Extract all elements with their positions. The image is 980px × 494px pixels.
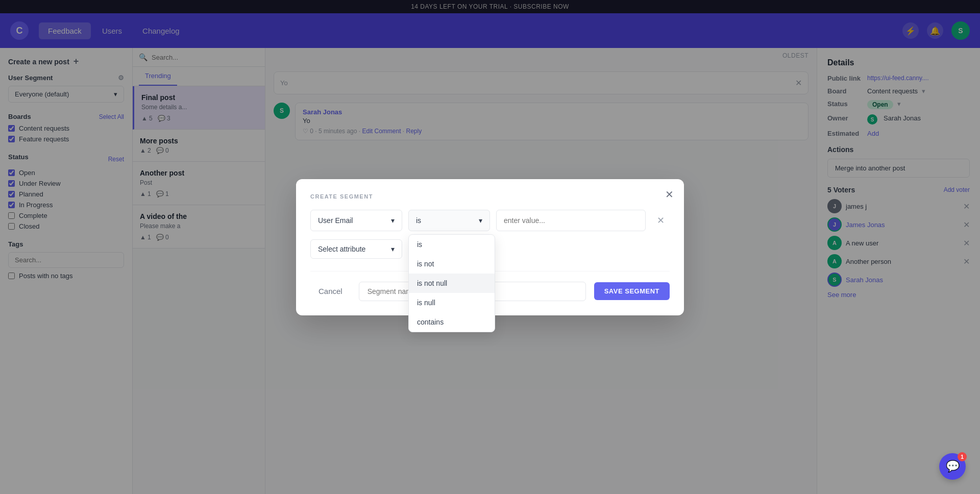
modal-row-1: User Email ▾ is ▾ ✕ is is not is not nul… (310, 210, 670, 231)
chat-bubble[interactable]: 💬 1 (939, 453, 966, 480)
second-attribute-dropdown[interactable]: Select attribute ▾ (310, 239, 402, 259)
chat-icon: 💬 (946, 460, 960, 473)
condition-dropdown[interactable]: is ▾ (408, 210, 490, 231)
attribute-dropdown[interactable]: User Email ▾ (310, 210, 402, 231)
option-is-null[interactable]: is null (409, 293, 495, 312)
modal-title: CREATE SEGMENT (310, 193, 670, 200)
modal-overlay: CREATE SEGMENT ✕ User Email ▾ is ▾ ✕ is … (0, 0, 980, 494)
value-input[interactable] (496, 210, 646, 231)
option-contains[interactable]: contains (409, 312, 495, 332)
clear-row-button[interactable]: ✕ (652, 210, 670, 231)
save-segment-button[interactable]: SAVE SEGMENT (594, 282, 670, 300)
attribute-label: User Email (318, 216, 353, 225)
option-is-not[interactable]: is not (409, 254, 495, 274)
modal-close-button[interactable]: ✕ (665, 189, 674, 200)
option-is-not-null[interactable]: is not null (409, 274, 495, 293)
condition-chevron-icon: ▾ (479, 216, 482, 225)
attribute-chevron-icon: ▾ (391, 216, 395, 225)
second-chevron-icon: ▾ (391, 245, 395, 253)
condition-label: is (416, 216, 421, 225)
option-is[interactable]: is (409, 235, 495, 254)
chat-badge: 1 (958, 452, 967, 461)
create-segment-modal: CREATE SEGMENT ✕ User Email ▾ is ▾ ✕ is … (296, 179, 684, 315)
second-attribute-label: Select attribute (318, 245, 365, 253)
cancel-button[interactable]: Cancel (310, 283, 351, 300)
condition-dropdown-menu: is is not is not null is null contains (408, 234, 495, 332)
